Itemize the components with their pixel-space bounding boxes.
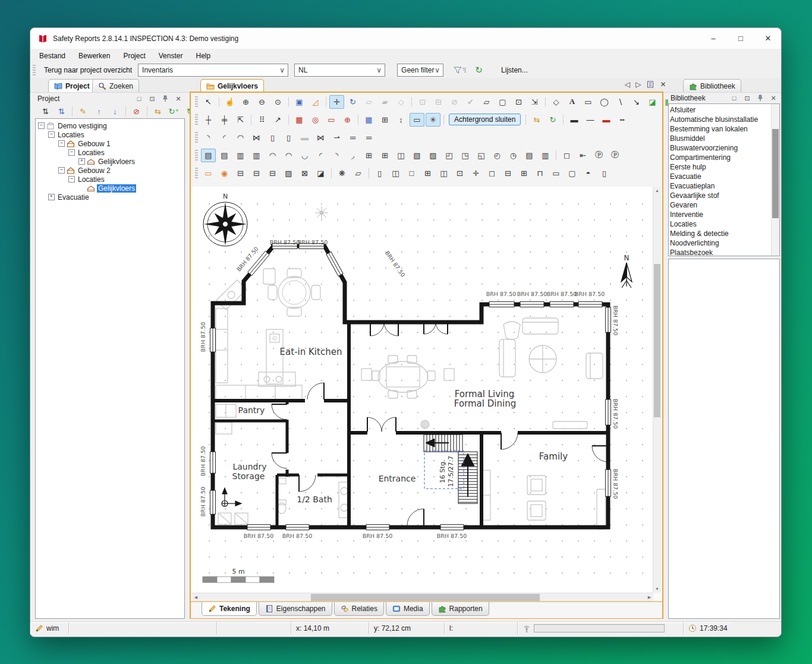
open-symbol-button[interactable]: ▱: [479, 95, 494, 109]
menu-bestand[interactable]: Bestand: [33, 50, 72, 62]
stairs-spiral-2-tool[interactable]: ◷: [506, 149, 521, 162]
door-swing-tool[interactable]: ⋈: [249, 131, 264, 144]
fridge-tool[interactable]: ▯: [372, 166, 387, 180]
menu-venster[interactable]: Venster: [152, 50, 190, 62]
zoom-out-tool[interactable]: ⊖: [254, 95, 269, 109]
target-point-button[interactable]: ◎: [308, 113, 323, 127]
fan-tool[interactable]: ❋: [335, 166, 350, 180]
lamp-tool[interactable]: ⊡: [452, 166, 467, 180]
tree-expander-icon[interactable]: −: [38, 122, 45, 129]
stairs-narrow-tool[interactable]: ▥: [233, 149, 248, 162]
library-pin-button[interactable]: [756, 94, 764, 102]
panel-float-button[interactable]: ⊡: [148, 95, 156, 103]
menu-help[interactable]: Help: [189, 50, 217, 62]
tab-next-button[interactable]: ▷: [635, 80, 641, 89]
scroll-up-icon[interactable]: ▲: [653, 187, 661, 194]
tree-expander-icon[interactable]: −: [68, 176, 75, 182]
line-style-dashed[interactable]: ╍: [615, 113, 630, 127]
line-style-thick[interactable]: ▬: [566, 113, 581, 127]
library-item-compartimentering[interactable]: Compartimentering: [670, 153, 779, 162]
cabinet-2-tool[interactable]: ⊞: [517, 166, 531, 180]
stairs-wide-tool[interactable]: ▤: [522, 149, 537, 162]
rectangle-tool[interactable]: ▭: [581, 95, 596, 109]
library-maximize-button[interactable]: □: [730, 94, 738, 102]
inventory-select[interactable]: Inventaris ∨: [138, 64, 288, 77]
copy-button[interactable]: ⊡: [415, 95, 430, 109]
hatch-area-tool[interactable]: ▨: [281, 166, 296, 180]
zoom-window-tool[interactable]: ⊙: [270, 95, 285, 109]
door-right-tool[interactable]: ◝: [201, 131, 216, 144]
library-scrollbar[interactable]: [771, 104, 779, 256]
tab-prev-button[interactable]: ◁: [625, 80, 630, 89]
fit-screen-button[interactable]: ▣: [292, 95, 307, 109]
direction-arrow-tool[interactable]: ⇀: [329, 131, 344, 144]
double-wall-2-tool[interactable]: ═: [361, 131, 376, 144]
delete-block-button[interactable]: ⊘: [447, 95, 462, 109]
vertical-scroll-thumb[interactable]: [654, 264, 660, 417]
stairs-winder-5-tool[interactable]: ◱: [474, 149, 489, 162]
stairs-l-shape-2-tool[interactable]: ⊞: [377, 149, 392, 162]
tree-node-gelijkvloers[interactable]: +Gelijkvloers: [36, 157, 184, 166]
library-item-interventie[interactable]: Interventie: [670, 210, 779, 219]
select-tool[interactable]: ↖: [201, 95, 216, 109]
line-tool[interactable]: ∖: [613, 95, 628, 109]
tree-expander-icon[interactable]: −: [58, 167, 65, 174]
wall-segment-tool[interactable]: ▯: [265, 131, 280, 144]
library-item-eerste-hulp[interactable]: Eerste hulp: [670, 162, 779, 172]
tab-project[interactable]: Project: [48, 79, 96, 92]
scale-bar-toggle[interactable]: ▭: [410, 113, 424, 127]
stairs-curved-2-tool[interactable]: ◠: [281, 149, 296, 162]
window-symbol-tool[interactable]: ⋈: [313, 131, 328, 144]
library-scroll-thumb[interactable]: [772, 129, 779, 218]
back-to-project-button[interactable]: Terug naar project overzicht: [38, 66, 138, 74]
insert-image-button[interactable]: ◪: [645, 95, 660, 109]
stairs-curved-6-tool[interactable]: ◞: [345, 149, 360, 162]
stairs-winder-2-tool[interactable]: ▨: [426, 149, 440, 162]
snap-intersection-toggle[interactable]: ╪: [217, 113, 232, 127]
vertical-scrollbar[interactable]: ▲ ▼: [653, 187, 661, 593]
close-background-button[interactable]: Achtergrond sluiten: [449, 114, 521, 125]
stairs-straight-arrow-tool[interactable]: ▤: [217, 149, 232, 162]
scroll-down-icon[interactable]: ▼: [653, 585, 661, 593]
library-item-evacuatieplan[interactable]: Evacuatieplan: [670, 181, 779, 191]
move-down-button[interactable]: ↓: [108, 105, 122, 118]
library-item-gevaarlijke-stof[interactable]: Gevaarlijke stof: [670, 191, 779, 200]
stairs-winder-3-tool[interactable]: ◰: [442, 149, 457, 162]
tree-node-gelijkvloers[interactable]: Gelijkvloers: [36, 184, 184, 193]
library-item-locaties[interactable]: Locaties: [670, 219, 779, 229]
horizontal-scroll-thumb[interactable]: [311, 594, 540, 601]
grid-dots-toggle[interactable]: ⠿: [254, 113, 269, 127]
language-select[interactable]: NL ∨: [294, 64, 385, 77]
library-close-button[interactable]: ✕: [769, 94, 778, 102]
text-tool[interactable]: A: [565, 95, 580, 109]
car-tool[interactable]: ▱: [351, 166, 366, 180]
tree-node-locaties[interactable]: −Locaties: [36, 175, 184, 184]
jump-to-button[interactable]: ↗: [270, 113, 285, 127]
swap-nodes-button[interactable]: ⇆: [150, 105, 165, 118]
counter-tool[interactable]: ▭: [549, 166, 564, 180]
send-backward-button[interactable]: ▱: [361, 95, 376, 109]
pan-tool[interactable]: ☝: [222, 95, 237, 109]
north-arrow-toggle[interactable]: ✳: [426, 113, 440, 127]
select-region-tool[interactable]: ▢: [495, 95, 510, 109]
sink-tool[interactable]: ⊓: [533, 166, 547, 180]
disable-node-button[interactable]: ⊘: [129, 105, 144, 118]
tree-node-gebouw-1[interactable]: −Gebouw 1: [36, 139, 184, 148]
library-item-bestemming-van-lokalen[interactable]: Bestemming van lokalen: [670, 124, 779, 134]
plan-border-button[interactable]: ▭: [324, 113, 339, 127]
stairs-winder-4-tool[interactable]: ◳: [458, 149, 473, 162]
cupboard-tool[interactable]: □: [404, 166, 419, 180]
window-orange-tool[interactable]: ▭: [201, 166, 216, 180]
filter-icon[interactable]: [453, 66, 467, 74]
line-style-red[interactable]: ▬: [599, 113, 613, 127]
grid-settings-button[interactable]: ▦: [361, 113, 376, 127]
library-float-button[interactable]: ⊡: [743, 94, 751, 102]
stairs-spiral-tool[interactable]: ◴: [490, 149, 505, 162]
library-item-afsluiter[interactable]: Afsluiter: [670, 105, 779, 115]
library-item-melding-detectie[interactable]: Melding & detectie: [670, 229, 779, 238]
table-tool[interactable]: ✛: [468, 166, 483, 180]
library-item-automatische-blusinstallatie[interactable]: Automatische blusinstallatie: [670, 115, 779, 124]
scroll-right-icon[interactable]: ▶: [646, 593, 653, 601]
panel-pin-button[interactable]: [161, 95, 169, 103]
bottom-tab-relaties[interactable]: Relaties: [334, 602, 384, 616]
